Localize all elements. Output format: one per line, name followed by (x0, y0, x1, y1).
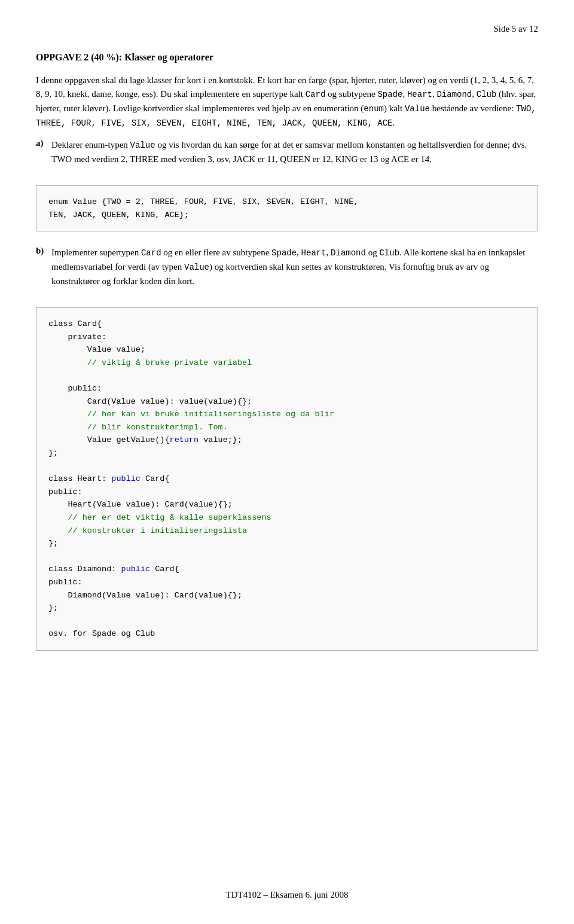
code-line-20: }; (48, 603, 58, 612)
task-b-code-heart: Heart (301, 248, 326, 258)
task-b-content: Implementer supertypen Card og en eller … (51, 246, 538, 297)
code-line-6: Card(Value value): value(value){}; (48, 397, 252, 406)
inline-code-card: Card (306, 90, 326, 99)
code-line-16: }; (48, 539, 58, 548)
inline-code-club: Club (477, 90, 497, 99)
code-block-a: enum Value {TWO = 2, THREE, FOUR, FIVE, … (36, 185, 538, 231)
code-line-8: // blir konstruktørimpl. Tom. (48, 423, 228, 432)
code-line-19: Diamond(Value value): Card(value){}; (48, 591, 242, 600)
task-b-code-club: Club (379, 248, 399, 258)
code-line-1: class Card{ (48, 319, 102, 328)
code-line-21: osv. for Spade og Club (48, 629, 155, 638)
code-line-9: Value getValue(){return value;}; (48, 435, 242, 444)
code-line-7: // her kan vi bruke initialiseringsliste… (48, 410, 334, 419)
task-b-code-spade: Spade (271, 248, 297, 258)
task-a-text: Deklarer enum-typen Value og vis hvordan… (51, 138, 538, 166)
code-line-17: class Diamond: public Card{ (48, 565, 179, 574)
inline-code-value: Value (405, 104, 430, 114)
inline-code-values-list: TWO, THREE, FOUR, FIVE, SIX, SEVEN, EIGH… (36, 104, 536, 128)
code-line-12: public: (48, 487, 83, 496)
task-a-row: a) Deklarer enum-typen Value og vis hvor… (36, 138, 538, 175)
task-a-label: a) (36, 138, 51, 175)
task-a-content: Deklarer enum-typen Value og vis hvordan… (51, 138, 538, 175)
code-block-b: class Card{ private: Value value; // vik… (36, 307, 538, 651)
page-header: Side 5 av 12 (36, 24, 538, 34)
inline-code-enum: enum (364, 104, 384, 114)
task-a-code-value: Value (130, 141, 155, 150)
inline-code-spade: Spade (377, 90, 402, 99)
code-line-18: public: (48, 578, 83, 587)
inline-code-heart: Heart (407, 90, 432, 99)
task-b-row: b) Implementer supertypen Card og en ell… (36, 246, 538, 297)
code-line-11: class Heart: public Card{ (48, 474, 170, 483)
code-line-14: // her er det viktig å kalle superklasse… (48, 513, 271, 522)
page-number: Side 5 av 12 (493, 24, 538, 33)
task-b-text: Implementer supertypen Card og en eller … (51, 246, 538, 288)
page-footer: TDT4102 – Eksamen 6. juni 2008 (0, 890, 574, 900)
code-line-5: public: (48, 384, 102, 393)
code-line-3: Value value; (48, 345, 145, 354)
code-line-13: Heart(Value value): Card(value){}; (48, 500, 233, 509)
section-title: OPPGAVE 2 (40 %): Klasser og operatorer (36, 52, 538, 63)
inline-code-diamond: Diamond (436, 90, 472, 99)
code-line-15: // konstruktør i initialiseringslista (48, 526, 247, 535)
code-line-2: private: (48, 333, 106, 341)
intro-paragraph: I denne oppgaven skal du lage klasser fo… (36, 74, 538, 130)
footer-text: TDT4102 – Eksamen 6. juni 2008 (226, 890, 349, 899)
task-b-code-card: Card (141, 248, 161, 258)
task-b-label: b) (36, 246, 51, 297)
task-b-code-diamond: Diamond (331, 248, 366, 258)
code-line-4: // viktig å bruke private variabel (48, 358, 252, 367)
code-line-10: }; (48, 449, 58, 458)
task-b-code-value: Value (184, 263, 209, 272)
